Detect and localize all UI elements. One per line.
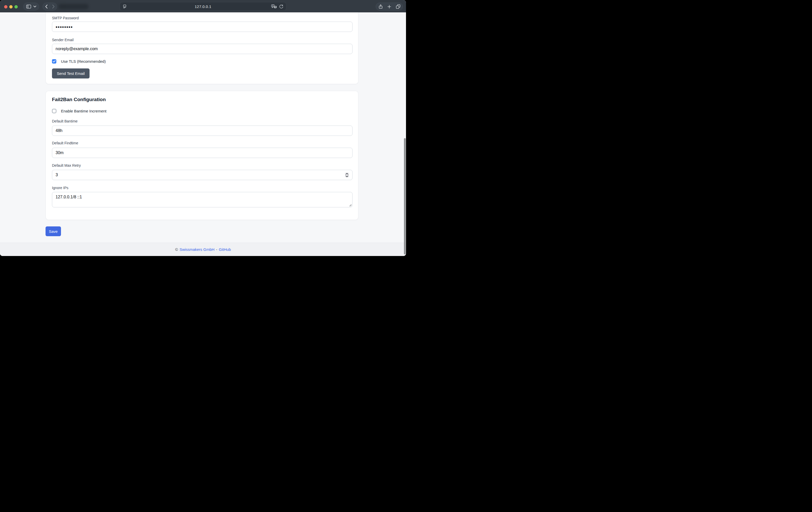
plus-icon (387, 5, 391, 8)
sender-email-input[interactable] (52, 44, 352, 54)
checkmark-icon (53, 60, 56, 62)
fail2ban-title: Fail2Ban Configuration (52, 97, 106, 103)
chevron-down-icon (346, 175, 348, 177)
default-bantime-label: Default Bantime (52, 119, 78, 123)
toolbar-right-actions (376, 3, 403, 10)
minimize-window-button[interactable] (9, 5, 12, 8)
use-tls-label: Use TLS (Recommended) (61, 59, 106, 63)
page-content: SMTP Password Sender Email Use TLS (Reco… (0, 12, 406, 256)
ignore-ips-textarea[interactable]: 127.0.0.1/8 ::1 (52, 192, 352, 207)
default-findtime-input[interactable] (52, 148, 352, 158)
enable-bantime-increment-label: Enable Bantime Increment (61, 109, 107, 113)
navigation-buttons (42, 3, 57, 10)
browser-toolbar: 127.0.0.1 A (0, 0, 406, 12)
use-tls-checkbox[interactable] (52, 59, 56, 63)
chevron-down-icon (33, 6, 36, 7)
footer-separator: - (216, 247, 218, 252)
forward-button[interactable] (50, 3, 57, 10)
enable-bantime-increment-checkbox[interactable] (52, 109, 56, 113)
sender-email-label: Sender Email (52, 37, 74, 42)
reload-button[interactable] (279, 4, 283, 9)
default-findtime-label: Default Findtime (52, 141, 78, 145)
chevron-left-icon (45, 5, 48, 8)
company-link[interactable]: Swissmakers GmbH (180, 247, 214, 252)
sidebar-toggle-button[interactable] (23, 3, 39, 10)
default-max-retry-input[interactable] (52, 170, 352, 180)
browser-window: 127.0.0.1 A (0, 0, 406, 256)
back-button[interactable] (43, 3, 50, 10)
page-footer: © Swissmakers GmbH - GitHub (0, 243, 406, 256)
github-link[interactable]: GitHub (219, 247, 231, 252)
fail2ban-card: Fail2Ban Configuration Enable Bantime In… (46, 91, 358, 220)
blurred-text (59, 4, 88, 9)
smtp-password-label: SMTP Password (52, 16, 79, 20)
new-tab-button[interactable] (385, 3, 394, 10)
share-button[interactable] (376, 3, 385, 10)
chevron-right-icon (52, 5, 55, 8)
sidebar-icon (26, 5, 31, 8)
save-button[interactable]: Save (46, 226, 61, 236)
address-bar-actions: A (271, 2, 283, 10)
url-text: 127.0.0.1 (120, 4, 286, 9)
smtp-settings-card: SMTP Password Sender Email Use TLS (Reco… (46, 12, 358, 84)
default-bantime-input[interactable] (52, 125, 352, 136)
scrollbar-thumb[interactable] (404, 138, 406, 254)
chevron-up-icon (346, 173, 348, 175)
smtp-password-input[interactable] (52, 22, 352, 32)
translate-icon: A (271, 4, 277, 9)
share-icon (379, 4, 383, 9)
tab-overview-icon (396, 4, 400, 9)
close-window-button[interactable] (4, 5, 7, 8)
ignore-ips-label: Ignore IPs (52, 186, 68, 190)
address-bar[interactable]: 127.0.0.1 A (120, 2, 286, 11)
default-max-retry-label: Default Max Retry (52, 163, 81, 168)
number-stepper[interactable] (345, 172, 349, 177)
svg-text:A: A (272, 5, 274, 7)
copyright-symbol: © (175, 247, 178, 252)
fullscreen-window-button[interactable] (14, 5, 18, 8)
send-test-email-button[interactable]: Send Test Email (52, 68, 90, 79)
tab-overview-button[interactable] (394, 3, 402, 10)
reload-icon (279, 4, 283, 9)
resize-handle-icon[interactable] (349, 204, 352, 207)
translate-button[interactable]: A (271, 4, 277, 9)
